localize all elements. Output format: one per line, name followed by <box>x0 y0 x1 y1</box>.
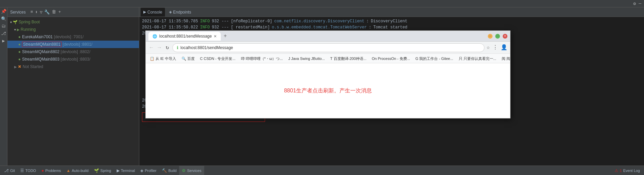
bookmark-ie-label: 从 IE 中导入 <box>156 56 176 62</box>
minimize-icon[interactable]: — <box>639 1 641 6</box>
endpoints-tab-label: Endpoints <box>173 10 191 15</box>
bookmark-article[interactable]: 只 只要你认真看完一... <box>457 55 498 62</box>
bottom-item-terminal[interactable]: ▶ Terminal <box>114 166 138 175</box>
list-icon[interactable]: ≡ <box>30 9 33 15</box>
spring-label: Spring <box>100 169 111 173</box>
log-thread-2: 932 --- <box>212 24 229 30</box>
reload-button[interactable]: ↻ <box>164 44 170 51</box>
log-sep-1: : <box>366 18 369 24</box>
lock-icon: ℹ <box>177 45 178 51</box>
bookmark-translate[interactable]: T 百度翻译-200种语... <box>329 55 368 62</box>
reading-icon: 阅 <box>502 56 505 62</box>
add-icon[interactable]: + <box>58 9 61 15</box>
ie-icon: 📋 <box>150 56 154 62</box>
log-class-2: o.s.b.w.embedded.tomcat.TomcatWebServer <box>272 24 367 30</box>
commit-icon[interactable]: ⎇ <box>1 31 6 36</box>
back-button[interactable]: ← <box>148 44 154 51</box>
run-icon-rail[interactable]: ▶ <box>2 38 5 44</box>
log-ctx-1: [nfoReplicator-0] <box>231 18 272 24</box>
bookmark-bilibili[interactable]: 哔 哔哩哔哩（*・ω）つ... <box>240 55 284 62</box>
bottom-item-services[interactable]: ⚙ Services <box>179 166 204 175</box>
run-green-icon: ▶ <box>17 28 20 31</box>
bottom-item-todo[interactable]: ☰ TODO <box>18 166 39 175</box>
tree-item-not-started[interactable]: ▶ ✖ Not Started <box>7 63 139 70</box>
services-header: Services ≡ ⬍ ▽ 🔧 🗑 + <box>7 7 139 17</box>
bookmark-gitee[interactable]: G 我的工作台 - Gitee... <box>414 55 455 62</box>
services-bottom-label: Services <box>187 169 201 173</box>
bookmark-ie[interactable]: 📋 从 IE 中导入 <box>148 55 177 62</box>
log-line-2: 2021-08-17 11:35:50.822 INFO 932 --- [ r… <box>142 24 641 30</box>
browser-bookmarks: 📋 从 IE 中导入 🔍 百度 C CSDN - 专业开发... 哔 哔哩哔哩（… <box>146 54 510 63</box>
tree-item-stream8803[interactable]: ● StreamMQMain8803 [devtools] :8803/ <box>7 56 139 63</box>
delete-icon[interactable]: 🗑 <box>52 9 56 15</box>
bottom-item-git[interactable]: ⎇ Git <box>1 166 18 175</box>
arrow-down-icon: ▾ <box>10 20 12 24</box>
stream8802-label: StreamMQMain8802 <box>22 49 59 54</box>
close-tab-icon[interactable]: ✕ <box>214 33 217 39</box>
stream8803-detail: [devtools] :8803/ <box>59 57 90 62</box>
filter-icon[interactable]: ▽ <box>40 9 43 15</box>
log-ctx-2: [ restartedMain] <box>231 24 270 30</box>
stream8802-detail: [devtools] :8802/ <box>59 49 90 54</box>
bookmark-csdn[interactable]: C CSDN - 专业开发... <box>199 55 237 62</box>
bottom-item-problems[interactable]: ● Problems <box>39 166 64 175</box>
git-label: Git <box>10 169 15 173</box>
forward-button[interactable]: → <box>157 44 163 51</box>
left-icon-rail: 📌 🔍 🗂 ⎇ ▶ <box>0 7 7 166</box>
stream8803-dot-icon: ● <box>18 57 21 62</box>
log-time-1: 2021-08-17 11:35:50.785 <box>142 18 198 24</box>
endpoints-tab-icon: ◈ <box>169 10 172 14</box>
terminal-label: Terminal <box>121 169 135 173</box>
search-icon[interactable]: 🔍 <box>1 16 6 22</box>
log-msg-1: DiscoveryClient <box>371 18 407 24</box>
bookmark-baidu[interactable]: 🔍 百度 <box>180 55 196 62</box>
browser-main-text: 8801生产者点击刷新。产生一次消息 <box>284 88 372 94</box>
win-minimize-button[interactable]: — <box>488 34 493 39</box>
gitee-icon: G <box>415 56 419 62</box>
tree-item-running[interactable]: ▾ ▶ Running <box>7 26 139 33</box>
bookmark-jbutton[interactable]: J Java Swing JButto... <box>287 55 326 62</box>
browser-navbar: ← → ↻ ℹ localhost:8801/sendMessage ☆ ⋮ 👤 <box>146 42 510 54</box>
settings-icon[interactable]: ⚙ <box>633 1 636 6</box>
tree-item-stream8802[interactable]: ● StreamMQMain8802 [devtools] :8802/ <box>7 48 139 56</box>
top-bar: ⚙ — <box>0 0 644 7</box>
tab-console[interactable]: ▶ Console <box>141 8 165 17</box>
win-close-button[interactable]: ✕ <box>503 34 507 39</box>
tree-item-spring-boot[interactable]: ▾ 🌱 Spring Boot <box>7 18 139 26</box>
browser-tab-label: localhost:8801/sendMessage <box>159 33 212 39</box>
todo-icon: ☰ <box>20 168 24 173</box>
bottom-item-event-log[interactable]: ⚠ 1 Event Log <box>612 166 643 175</box>
spring-boot-label: Spring Boot <box>19 20 40 24</box>
bottom-item-autobuild[interactable]: ▲ Auto-build <box>64 166 91 175</box>
star-icon[interactable]: ☆ <box>486 45 490 51</box>
stream8801-dot-icon: ● <box>18 42 21 47</box>
bottom-item-profiler[interactable]: ◈ Profiler <box>138 166 159 175</box>
tab-endpoints[interactable]: ◈ Endpoints <box>166 8 194 17</box>
bookmark-translate-label: 百度翻译-200种语... <box>334 56 366 62</box>
tree-item-stream8801[interactable]: ● StreamMQMain8801 [devtools] :8801/ <box>7 41 139 48</box>
autobuild-icon: ▲ <box>66 168 70 173</box>
tree-item-eureka[interactable]: ● EurekaMain7001 [devtools] :7001/ <box>7 33 139 41</box>
sort-icon[interactable]: ⬍ <box>35 9 38 15</box>
bookmark-article-label: 只要你认真看完一... <box>463 56 496 62</box>
bottom-item-spring[interactable]: 🌱 Spring <box>91 166 114 175</box>
bookmark-reading[interactable]: 阅 阅读清单 <box>500 55 510 62</box>
bottom-bar: ⎇ Git ☰ TODO ● Problems ▲ Auto-build 🌱 S… <box>0 166 644 175</box>
structure-icon[interactable]: 🗂 <box>1 24 6 29</box>
pin-icon[interactable]: 📌 <box>1 9 6 14</box>
services-bottom-icon: ⚙ <box>182 168 186 173</box>
new-tab-button[interactable]: + <box>223 33 227 39</box>
bottom-item-build[interactable]: 🔨 Build <box>159 166 179 175</box>
tools-icon[interactable]: 🔧 <box>44 9 50 15</box>
not-started-label: Not Started <box>23 64 43 69</box>
profile-icon[interactable]: 👤 <box>501 45 507 51</box>
address-bar[interactable]: ℹ localhost:8801/sendMessage <box>172 43 485 52</box>
bookmark-processon[interactable]: On ProcessOn - 免费... <box>371 55 411 62</box>
browser-menu-icon[interactable]: ⋮ <box>493 45 498 51</box>
terminal-icon: ▶ <box>117 168 120 173</box>
browser-tab-active[interactable]: 🌐 localhost:8801/sendMessage ✕ <box>148 32 221 41</box>
profiler-icon: ◈ <box>140 168 143 173</box>
event-log-label: Event Log <box>623 169 640 173</box>
log-class-1: com.netflix.discovery.DiscoveryClient <box>274 18 364 24</box>
win-maximize-button[interactable]: □ <box>495 34 500 39</box>
